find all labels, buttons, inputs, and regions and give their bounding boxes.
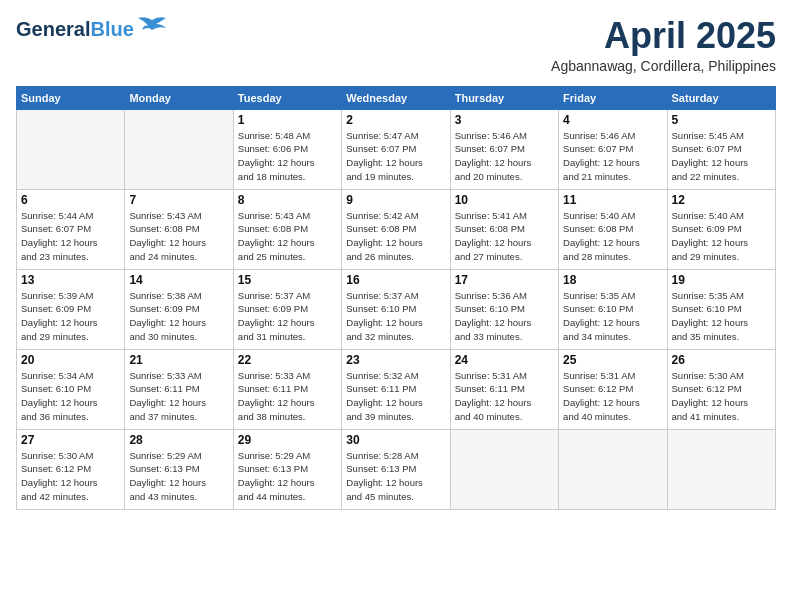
day-number: 5 [672, 113, 771, 127]
calendar-cell: 26Sunrise: 5:30 AM Sunset: 6:12 PM Dayli… [667, 349, 775, 429]
logo: GeneralBlue [16, 16, 166, 42]
col-header-thursday: Thursday [450, 86, 558, 109]
week-row-3: 13Sunrise: 5:39 AM Sunset: 6:09 PM Dayli… [17, 269, 776, 349]
day-info: Sunrise: 5:33 AM Sunset: 6:11 PM Dayligh… [238, 369, 337, 424]
week-row-4: 20Sunrise: 5:34 AM Sunset: 6:10 PM Dayli… [17, 349, 776, 429]
calendar-cell: 5Sunrise: 5:45 AM Sunset: 6:07 PM Daylig… [667, 109, 775, 189]
day-info: Sunrise: 5:47 AM Sunset: 6:07 PM Dayligh… [346, 129, 445, 184]
calendar-cell [667, 429, 775, 509]
day-info: Sunrise: 5:32 AM Sunset: 6:11 PM Dayligh… [346, 369, 445, 424]
calendar-cell: 13Sunrise: 5:39 AM Sunset: 6:09 PM Dayli… [17, 269, 125, 349]
week-row-1: 1Sunrise: 5:48 AM Sunset: 6:06 PM Daylig… [17, 109, 776, 189]
day-number: 22 [238, 353, 337, 367]
logo-blue: Blue [90, 18, 133, 40]
calendar-cell [559, 429, 667, 509]
day-info: Sunrise: 5:36 AM Sunset: 6:10 PM Dayligh… [455, 289, 554, 344]
day-number: 1 [238, 113, 337, 127]
calendar-cell [450, 429, 558, 509]
day-info: Sunrise: 5:31 AM Sunset: 6:12 PM Dayligh… [563, 369, 662, 424]
day-number: 4 [563, 113, 662, 127]
calendar-cell: 27Sunrise: 5:30 AM Sunset: 6:12 PM Dayli… [17, 429, 125, 509]
day-info: Sunrise: 5:38 AM Sunset: 6:09 PM Dayligh… [129, 289, 228, 344]
day-number: 2 [346, 113, 445, 127]
calendar-cell: 4Sunrise: 5:46 AM Sunset: 6:07 PM Daylig… [559, 109, 667, 189]
header: GeneralBlue April 2025 Agbannawag, Cordi… [16, 16, 776, 74]
day-info: Sunrise: 5:30 AM Sunset: 6:12 PM Dayligh… [21, 449, 120, 504]
calendar-cell: 6Sunrise: 5:44 AM Sunset: 6:07 PM Daylig… [17, 189, 125, 269]
day-number: 13 [21, 273, 120, 287]
calendar-cell: 22Sunrise: 5:33 AM Sunset: 6:11 PM Dayli… [233, 349, 341, 429]
day-info: Sunrise: 5:40 AM Sunset: 6:09 PM Dayligh… [672, 209, 771, 264]
day-number: 15 [238, 273, 337, 287]
calendar-cell: 1Sunrise: 5:48 AM Sunset: 6:06 PM Daylig… [233, 109, 341, 189]
day-info: Sunrise: 5:44 AM Sunset: 6:07 PM Dayligh… [21, 209, 120, 264]
month-title: April 2025 [551, 16, 776, 56]
day-number: 6 [21, 193, 120, 207]
day-info: Sunrise: 5:40 AM Sunset: 6:08 PM Dayligh… [563, 209, 662, 264]
calendar-cell: 11Sunrise: 5:40 AM Sunset: 6:08 PM Dayli… [559, 189, 667, 269]
calendar-cell: 20Sunrise: 5:34 AM Sunset: 6:10 PM Dayli… [17, 349, 125, 429]
day-number: 10 [455, 193, 554, 207]
day-number: 27 [21, 433, 120, 447]
day-number: 18 [563, 273, 662, 287]
day-number: 19 [672, 273, 771, 287]
calendar-table: SundayMondayTuesdayWednesdayThursdayFrid… [16, 86, 776, 510]
calendar-cell: 19Sunrise: 5:35 AM Sunset: 6:10 PM Dayli… [667, 269, 775, 349]
day-number: 26 [672, 353, 771, 367]
day-number: 25 [563, 353, 662, 367]
day-number: 17 [455, 273, 554, 287]
calendar-cell: 23Sunrise: 5:32 AM Sunset: 6:11 PM Dayli… [342, 349, 450, 429]
logo-general: General [16, 18, 90, 40]
calendar-cell: 29Sunrise: 5:29 AM Sunset: 6:13 PM Dayli… [233, 429, 341, 509]
week-row-5: 27Sunrise: 5:30 AM Sunset: 6:12 PM Dayli… [17, 429, 776, 509]
calendar-cell: 12Sunrise: 5:40 AM Sunset: 6:09 PM Dayli… [667, 189, 775, 269]
day-info: Sunrise: 5:43 AM Sunset: 6:08 PM Dayligh… [129, 209, 228, 264]
day-info: Sunrise: 5:43 AM Sunset: 6:08 PM Dayligh… [238, 209, 337, 264]
logo-bird-icon [138, 16, 166, 42]
day-number: 28 [129, 433, 228, 447]
day-number: 14 [129, 273, 228, 287]
calendar-cell: 7Sunrise: 5:43 AM Sunset: 6:08 PM Daylig… [125, 189, 233, 269]
day-info: Sunrise: 5:28 AM Sunset: 6:13 PM Dayligh… [346, 449, 445, 504]
location-subtitle: Agbannawag, Cordillera, Philippines [551, 58, 776, 74]
calendar-cell: 16Sunrise: 5:37 AM Sunset: 6:10 PM Dayli… [342, 269, 450, 349]
day-number: 24 [455, 353, 554, 367]
calendar-cell: 9Sunrise: 5:42 AM Sunset: 6:08 PM Daylig… [342, 189, 450, 269]
day-info: Sunrise: 5:46 AM Sunset: 6:07 PM Dayligh… [563, 129, 662, 184]
day-number: 29 [238, 433, 337, 447]
day-number: 8 [238, 193, 337, 207]
day-info: Sunrise: 5:37 AM Sunset: 6:10 PM Dayligh… [346, 289, 445, 344]
calendar-cell: 30Sunrise: 5:28 AM Sunset: 6:13 PM Dayli… [342, 429, 450, 509]
day-info: Sunrise: 5:35 AM Sunset: 6:10 PM Dayligh… [672, 289, 771, 344]
col-header-friday: Friday [559, 86, 667, 109]
calendar-cell: 28Sunrise: 5:29 AM Sunset: 6:13 PM Dayli… [125, 429, 233, 509]
calendar-cell: 17Sunrise: 5:36 AM Sunset: 6:10 PM Dayli… [450, 269, 558, 349]
calendar-cell: 14Sunrise: 5:38 AM Sunset: 6:09 PM Dayli… [125, 269, 233, 349]
day-number: 16 [346, 273, 445, 287]
day-info: Sunrise: 5:30 AM Sunset: 6:12 PM Dayligh… [672, 369, 771, 424]
calendar-cell: 8Sunrise: 5:43 AM Sunset: 6:08 PM Daylig… [233, 189, 341, 269]
calendar-cell [17, 109, 125, 189]
title-area: April 2025 Agbannawag, Cordillera, Phili… [551, 16, 776, 74]
calendar-cell: 18Sunrise: 5:35 AM Sunset: 6:10 PM Dayli… [559, 269, 667, 349]
day-number: 20 [21, 353, 120, 367]
day-info: Sunrise: 5:35 AM Sunset: 6:10 PM Dayligh… [563, 289, 662, 344]
day-info: Sunrise: 5:31 AM Sunset: 6:11 PM Dayligh… [455, 369, 554, 424]
day-number: 11 [563, 193, 662, 207]
col-header-wednesday: Wednesday [342, 86, 450, 109]
calendar-cell: 25Sunrise: 5:31 AM Sunset: 6:12 PM Dayli… [559, 349, 667, 429]
day-number: 7 [129, 193, 228, 207]
day-info: Sunrise: 5:48 AM Sunset: 6:06 PM Dayligh… [238, 129, 337, 184]
day-number: 30 [346, 433, 445, 447]
week-row-2: 6Sunrise: 5:44 AM Sunset: 6:07 PM Daylig… [17, 189, 776, 269]
calendar-cell: 24Sunrise: 5:31 AM Sunset: 6:11 PM Dayli… [450, 349, 558, 429]
calendar-cell: 21Sunrise: 5:33 AM Sunset: 6:11 PM Dayli… [125, 349, 233, 429]
day-number: 9 [346, 193, 445, 207]
day-info: Sunrise: 5:29 AM Sunset: 6:13 PM Dayligh… [238, 449, 337, 504]
day-info: Sunrise: 5:46 AM Sunset: 6:07 PM Dayligh… [455, 129, 554, 184]
day-info: Sunrise: 5:34 AM Sunset: 6:10 PM Dayligh… [21, 369, 120, 424]
calendar-cell [125, 109, 233, 189]
calendar-cell: 15Sunrise: 5:37 AM Sunset: 6:09 PM Dayli… [233, 269, 341, 349]
day-info: Sunrise: 5:39 AM Sunset: 6:09 PM Dayligh… [21, 289, 120, 344]
header-row: SundayMondayTuesdayWednesdayThursdayFrid… [17, 86, 776, 109]
